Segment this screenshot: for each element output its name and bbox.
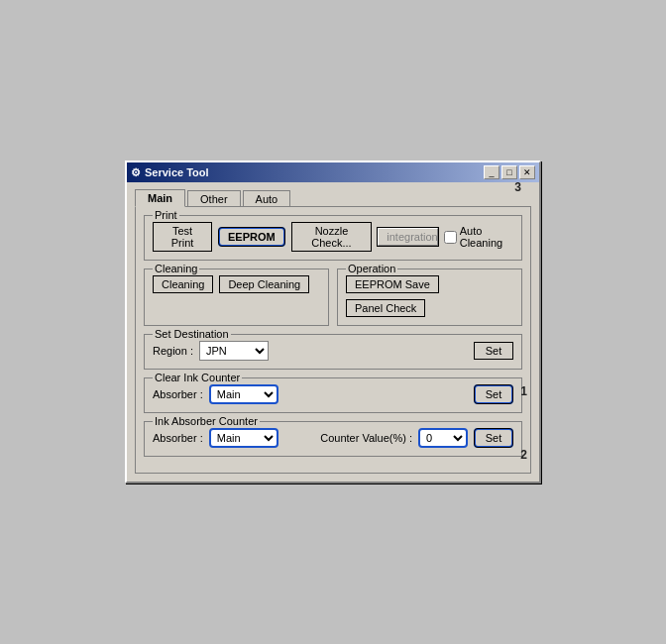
ink-absorber-label: Absorber :: [153, 432, 203, 444]
destination-group: Set Destination Region : JPN USA EUR Set: [144, 334, 522, 370]
close-button[interactable]: ✕: [519, 165, 535, 179]
region-row: Region : JPN USA EUR Set: [153, 341, 513, 361]
minimize-button[interactable]: _: [484, 165, 500, 179]
clear-ink-row: Absorber : Main Border All Set 1: [153, 384, 513, 404]
destination-set-button[interactable]: Set: [474, 342, 513, 360]
cleaning-operation-row: Cleaning Cleaning Deep Cleaning Operatio…: [144, 268, 522, 334]
main-window: ⚙ Service Tool _ □ ✕ Main Other Auto 3: [125, 161, 541, 483]
print-group-label: Print: [153, 209, 179, 221]
panel-check-button[interactable]: Panel Check: [346, 299, 425, 317]
print-group-content: Test Print EEPROM Nozzle Check... integr…: [153, 222, 513, 252]
region-label: Region :: [153, 345, 193, 357]
ink-absorber-select[interactable]: Main Border All: [209, 428, 278, 448]
ink-absorber-select-wrapper: Main Border All: [209, 428, 278, 448]
auto-cleaning-checkbox[interactable]: [444, 231, 457, 244]
eeprom-wrapper: EEPROM: [218, 227, 285, 247]
tab-content-main: Print Test Print EEPROM Nozzle Check... …: [135, 206, 531, 474]
clear-ink-absorber-select[interactable]: Main Border All: [209, 384, 278, 404]
ink-absorber-group: Ink Absorber Counter Absorber : Main Bor…: [144, 421, 522, 457]
auto-cleaning-label: Auto Cleaning: [460, 225, 513, 249]
window-content: Main Other Auto 3 Print Test Print EEPRO…: [127, 182, 539, 482]
region-select[interactable]: JPN USA EUR: [199, 341, 269, 361]
annotation-3: 3: [514, 180, 521, 194]
clear-ink-absorber-label: Absorber :: [153, 388, 203, 400]
clear-ink-group-label: Clear Ink Counter: [153, 372, 242, 383]
annotation-1: 1: [520, 384, 527, 398]
eeprom-button[interactable]: EEPROM: [218, 227, 285, 247]
cleaning-group: Cleaning Cleaning Deep Cleaning: [144, 268, 329, 326]
title-bar: ⚙ Service Tool _ □ ✕: [127, 162, 539, 182]
tab-main[interactable]: Main: [135, 189, 185, 207]
integration-button[interactable]: integration: [378, 228, 437, 246]
auto-cleaning-checkbox-row: Auto Cleaning: [444, 225, 513, 249]
counter-value-select[interactable]: 0 10 20 30: [418, 428, 468, 448]
tab-bar: Main Other Auto 3: [135, 188, 531, 206]
title-bar-left: ⚙ Service Tool: [131, 166, 209, 179]
nozzle-check-button[interactable]: Nozzle Check...: [291, 222, 373, 252]
ink-absorber-set-wrapper: Set 2: [474, 428, 513, 448]
clear-ink-absorber-wrapper: Main Border All: [209, 384, 278, 404]
tab-other[interactable]: Other: [187, 190, 241, 207]
maximize-button[interactable]: □: [501, 165, 517, 179]
ink-absorber-row: Absorber : Main Border All Counter Value…: [153, 428, 513, 448]
tab-auto[interactable]: Auto: [243, 190, 291, 207]
cleaning-button[interactable]: Cleaning: [153, 275, 213, 293]
ink-absorber-set-button[interactable]: Set: [474, 428, 513, 448]
window-title: Service Tool: [145, 166, 209, 178]
eeprom-save-button[interactable]: EEPROM Save: [346, 275, 439, 293]
title-bar-buttons: _ □ ✕: [484, 165, 535, 179]
cleaning-group-label: Cleaning: [153, 263, 199, 274]
clear-ink-set-wrapper: Set 1: [474, 384, 513, 404]
operation-group: Operation EEPROM Save Panel Check: [337, 268, 522, 326]
test-print-button[interactable]: Test Print: [153, 222, 212, 252]
operation-group-label: Operation: [346, 263, 397, 274]
counter-value-label: Counter Value(%) :: [320, 432, 412, 444]
ink-absorber-group-label: Ink Absorber Counter: [153, 415, 260, 427]
window-icon: ⚙: [131, 166, 141, 179]
print-group: Print Test Print EEPROM Nozzle Check... …: [144, 215, 522, 261]
counter-value-wrapper: 0 10 20 30: [418, 428, 468, 448]
destination-group-label: Set Destination: [153, 328, 231, 340]
annotation-2: 2: [520, 448, 527, 462]
operation-group-content: EEPROM Save Panel Check: [346, 275, 513, 317]
deep-cleaning-button[interactable]: Deep Cleaning: [219, 275, 309, 293]
cleaning-group-content: Cleaning Deep Cleaning: [153, 275, 320, 293]
clear-ink-group: Clear Ink Counter Absorber : Main Border…: [144, 377, 522, 413]
clear-ink-set-button[interactable]: Set: [474, 384, 513, 404]
